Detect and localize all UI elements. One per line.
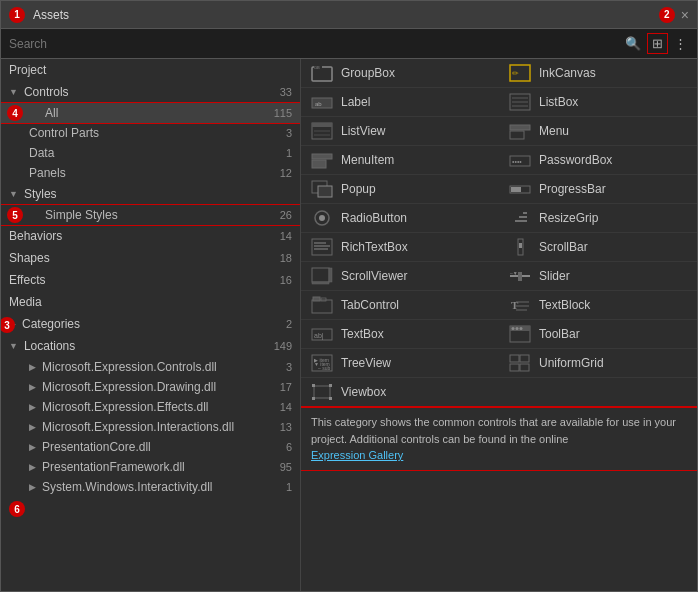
grid-item-scrollviewer[interactable]: ScrollViewer — [301, 262, 499, 291]
svg-rect-18 — [312, 160, 326, 168]
badge-5: 5 — [7, 207, 23, 223]
svg-text:GB: GB — [314, 65, 320, 70]
grid-item-popup[interactable]: Popup — [301, 175, 499, 204]
expression-gallery-link[interactable]: Expression Gallery — [311, 449, 403, 461]
sidebar-item-interactions-dll[interactable]: ▶ Microsoft.Expression.Interactions.dll … — [1, 417, 300, 437]
grid-item-uniformgrid[interactable]: UniformGrid — [499, 349, 697, 378]
svg-rect-68 — [329, 397, 332, 400]
treeview-label: TreeView — [341, 356, 391, 370]
sidebar-effects[interactable]: Effects 16 — [1, 269, 300, 291]
svg-rect-35 — [519, 243, 522, 248]
all-label: 4 All — [29, 106, 58, 120]
title-bar-left: 1 Assets — [9, 7, 69, 23]
grid-item-listview[interactable]: ListView — [301, 117, 499, 146]
sidebar-item-framework-dll[interactable]: ▶ PresentationFramework.dll 95 — [1, 457, 300, 477]
label-label: Label — [341, 95, 370, 109]
interactivity-dll-count: 1 — [286, 481, 292, 493]
sidebar: 3 Project ▼ Controls 33 4 All 115 — [1, 59, 301, 591]
grid-item-viewbox[interactable]: Viewbox — [301, 378, 499, 407]
svg-rect-63 — [520, 364, 529, 371]
search-input[interactable] — [9, 37, 619, 51]
svg-rect-60 — [510, 355, 519, 362]
sidebar-item-core-dll[interactable]: ▶ PresentationCore.dll 6 — [1, 437, 300, 457]
svg-rect-62 — [510, 364, 519, 371]
sidebar-project[interactable]: Project — [1, 59, 300, 81]
sidebar-item-simple-styles[interactable]: 5 Simple Styles 26 — [1, 205, 300, 225]
grid-item-inkcanvas[interactable]: ✏ InkCanvas — [499, 59, 697, 88]
grid-item-scrollbar[interactable]: ScrollBar — [499, 233, 697, 262]
slider-icon: –▼ — [509, 267, 531, 285]
sidebar-media[interactable]: Media — [1, 291, 300, 313]
badge-2: 2 — [659, 7, 675, 23]
grid-view-icon[interactable]: ⊞ — [647, 33, 668, 54]
close-button[interactable]: × — [681, 7, 689, 23]
sidebar-item-data[interactable]: Data 1 — [1, 143, 300, 163]
grid-item-treeview[interactable]: ▶ item▼ item– sub TreeView — [301, 349, 499, 378]
svg-text:ab|: ab| — [314, 332, 324, 340]
grid-item-richtextbox[interactable]: RichTextBox — [301, 233, 499, 262]
toolbar-icon — [509, 325, 531, 343]
effects-dll-label-group: ▶ Microsoft.Expression.Effects.dll — [29, 400, 209, 414]
sidebar-item-drawing-dll[interactable]: ▶ Microsoft.Expression.Drawing.dll 17 — [1, 377, 300, 397]
grid-item-slider[interactable]: –▼ Slider — [499, 262, 697, 291]
svg-rect-17 — [312, 154, 332, 159]
grid-item-tabcontrol[interactable]: TabControl — [301, 291, 499, 320]
core-dll-chevron: ▶ — [29, 442, 36, 452]
scrollviewer-icon — [311, 267, 333, 285]
sidebar-controls-header[interactable]: ▼ Controls 33 — [1, 81, 300, 103]
behaviors-label: Behaviors — [9, 229, 62, 243]
svg-rect-12 — [312, 123, 332, 127]
search-icons: 🔍 ⊞ ⋮ — [623, 33, 689, 54]
search-icon[interactable]: 🔍 — [623, 34, 643, 53]
sidebar-item-interactivity-dll[interactable]: ▶ System.Windows.Interactivity.dll 1 — [1, 477, 300, 497]
svg-rect-61 — [520, 355, 529, 362]
sidebar-item-effects-dll[interactable]: ▶ Microsoft.Expression.Effects.dll 14 — [1, 397, 300, 417]
more-options-icon[interactable]: ⋮ — [672, 34, 689, 53]
grid-item-textbox[interactable]: ab| TextBox — [301, 320, 499, 349]
controls-count: 33 — [280, 86, 292, 98]
sidebar-locations-header[interactable]: ▼ Locations 149 — [1, 335, 300, 357]
sidebar-styles-header[interactable]: ▼ Styles — [1, 183, 300, 205]
sidebar-shapes[interactable]: Shapes 18 — [1, 247, 300, 269]
sidebar-categories[interactable]: ▶ Categories 2 — [1, 313, 300, 335]
drawing-dll-chevron: ▶ — [29, 382, 36, 392]
menu-icon — [509, 122, 531, 140]
grid-item-menuitem[interactable]: MenuItem — [301, 146, 499, 175]
svg-text:T: T — [511, 299, 519, 311]
inkcanvas-label: InkCanvas — [539, 66, 596, 80]
controls-dll-label: Microsoft.Expression.Controls.dll — [42, 360, 217, 374]
sidebar-item-panels[interactable]: Panels 12 — [1, 163, 300, 183]
svg-point-55 — [520, 327, 523, 330]
effects-count: 16 — [280, 274, 292, 286]
grid-item-toolbar[interactable]: ToolBar — [499, 320, 697, 349]
sidebar-item-all[interactable]: 4 All 115 — [1, 103, 300, 123]
label-icon: ab — [311, 93, 333, 111]
grid-item-label[interactable]: ab Label — [301, 88, 499, 117]
listview-label: ListView — [341, 124, 385, 138]
listview-icon — [311, 122, 333, 140]
grid-item-passwordbox[interactable]: •••• PasswordBox — [499, 146, 697, 175]
grid-item-groupbox[interactable]: GB GroupBox — [301, 59, 499, 88]
effects-dll-label: Microsoft.Expression.Effects.dll — [42, 400, 209, 414]
sidebar-item-controls-dll[interactable]: ▶ Microsoft.Expression.Controls.dll 3 — [1, 357, 300, 377]
grid-item-progressbar[interactable]: ProgressBar — [499, 175, 697, 204]
simple-styles-count: 26 — [280, 209, 292, 221]
svg-text:••••: •••• — [512, 158, 522, 165]
grid-item-listbox[interactable]: ListBox — [499, 88, 697, 117]
svg-rect-64 — [314, 386, 330, 398]
svg-rect-16 — [510, 131, 524, 139]
controls-label-group: ▼ Controls — [9, 85, 69, 99]
grid-item-radiobutton[interactable]: RadioButton — [301, 204, 499, 233]
toolbar-label: ToolBar — [539, 327, 580, 341]
textblock-label: TextBlock — [539, 298, 590, 312]
grid-item-resizegrip[interactable]: ResizeGrip — [499, 204, 697, 233]
slider-label: Slider — [539, 269, 570, 283]
passwordbox-icon: •••• — [509, 151, 531, 169]
grid-item-textblock[interactable]: T TextBlock — [499, 291, 697, 320]
svg-rect-38 — [312, 282, 329, 284]
main-content: 3 Project ▼ Controls 33 4 All 115 — [1, 59, 697, 591]
grid-item-menu[interactable]: Menu — [499, 117, 697, 146]
sidebar-item-control-parts[interactable]: Control Parts 3 — [1, 123, 300, 143]
sidebar-behaviors[interactable]: Behaviors 14 — [1, 225, 300, 247]
badge-1: 1 — [9, 7, 25, 23]
